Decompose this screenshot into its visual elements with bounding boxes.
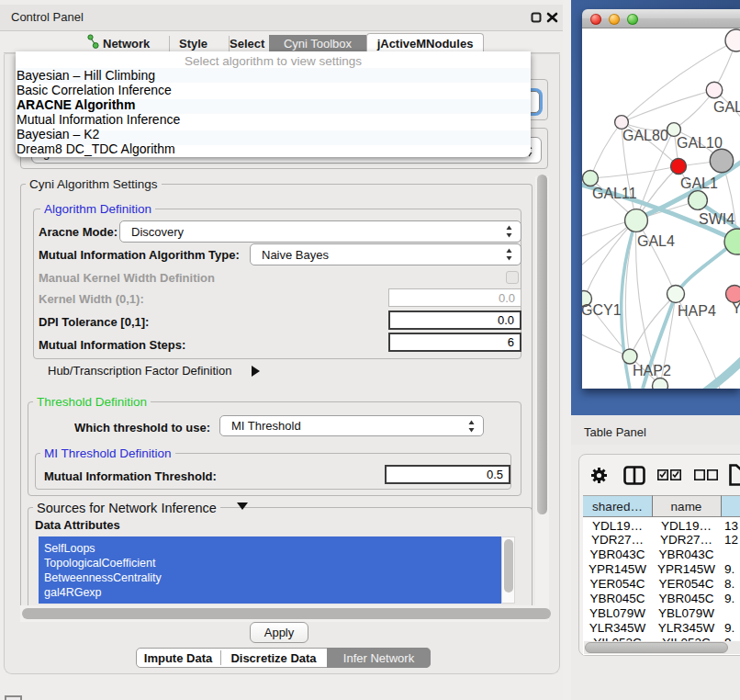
svg-text:GAL10: GAL10 <box>677 135 723 151</box>
svg-text:GAL11: GAL11 <box>592 186 637 201</box>
svg-text:Y: Y <box>732 300 740 316</box>
svg-text:HAP2: HAP2 <box>633 363 671 378</box>
svg-text:HAP4: HAP4 <box>678 303 716 319</box>
svg-text:SWI4: SWI4 <box>699 211 734 227</box>
svg-text:GCY1: GCY1 <box>582 302 622 318</box>
svg-text:GAL1: GAL1 <box>680 175 718 191</box>
svg-text:GAL4: GAL4 <box>637 233 675 249</box>
svg-text:GAL2: GAL2 <box>713 99 740 115</box>
svg-text:GAL80: GAL80 <box>622 128 668 143</box>
